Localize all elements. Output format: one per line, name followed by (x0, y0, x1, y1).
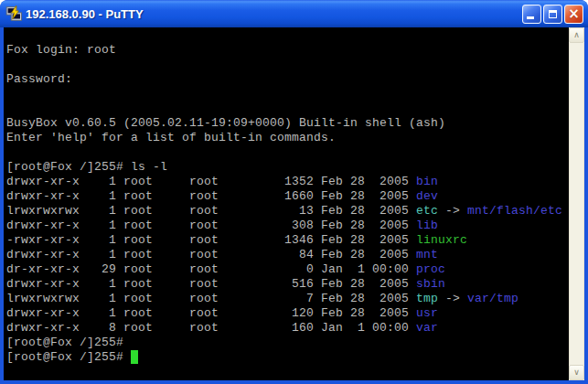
close-button[interactable]: × (564, 5, 583, 24)
terminal-text-segment: Password: (6, 72, 72, 86)
terminal-text-segment: dev (416, 189, 438, 203)
terminal-line: drwxr-xr-x 1 root root 1352 Feb 28 2005 … (6, 175, 569, 189)
terminal-text-segment: drwxr-xr-x 1 root root 84 Feb 28 2005 (6, 248, 416, 261)
close-icon: × (568, 7, 580, 21)
terminal-text-segment: lrwxrwxrwx 1 root root 13 Feb 28 2005 (6, 204, 416, 218)
terminal-text-segment: [root@Fox /]255# (6, 336, 123, 349)
cursor (131, 350, 138, 364)
terminal-line: drwxr-xr-x 1 root root 516 Feb 28 2005 s… (6, 277, 569, 292)
terminal-line: drwxr-xr-x 8 root root 160 Jan 1 00:00 v… (6, 321, 569, 336)
terminal-text-segment: usr (416, 306, 438, 320)
terminal-line: Password: (6, 72, 569, 87)
window-controls: × (522, 5, 583, 24)
terminal-text-segment: Fox login: root (6, 43, 116, 57)
terminal-text-segment: linuxrc (416, 233, 467, 247)
chevron-down-icon: ∨ (573, 368, 580, 377)
terminal-text-segment: mnt (416, 248, 438, 261)
terminal-line (6, 87, 569, 101)
maximize-icon (549, 10, 557, 18)
terminal-line: dr-xr-xr-x 29 root root 0 Jan 1 00:00 pr… (6, 262, 569, 277)
terminal-text-segment: drwxr-xr-x 1 root root 308 Feb 28 2005 (6, 219, 416, 232)
terminal-text-segment: bin (416, 175, 438, 188)
terminal-line: drwxr-xr-x 1 root root 1660 Feb 28 2005 … (6, 189, 569, 204)
titlebar[interactable]: 192.168.0.90 - PuTTY × (0, 0, 588, 27)
terminal-line: Fox login: root (6, 43, 569, 58)
terminal-line: -rwxr-xr-x 1 root root 1346 Feb 28 2005 … (6, 233, 569, 248)
terminal-line: drwxr-xr-x 1 root root 84 Feb 28 2005 mn… (6, 248, 569, 262)
terminal-text-segment: dr-xr-xr-x 29 root root 0 Jan 1 00:00 (6, 262, 416, 276)
terminal-text-segment: drwxr-xr-x 1 root root 1352 Feb 28 2005 (6, 175, 416, 188)
terminal-text-segment: lib (416, 219, 438, 232)
terminal-text-segment: -> (438, 292, 467, 305)
scroll-thumb[interactable] (569, 43, 584, 365)
terminal-text-segment: [root@Fox /]255# (6, 350, 131, 364)
chevron-up-icon: ∧ (573, 31, 580, 39)
terminal-line: lrwxrwxrwx 1 root root 7 Feb 28 2005 tmp… (6, 292, 569, 306)
minimize-icon (527, 16, 534, 19)
terminal-text-segment: var/tmp (467, 292, 519, 305)
terminal-text-segment: drwxr-xr-x 1 root root 1660 Feb 28 2005 (6, 189, 416, 203)
minimize-button[interactable] (522, 5, 541, 24)
terminal-line: [root@Fox /]255# (6, 350, 569, 365)
terminal-line: [root@Fox /]255# ls -l (6, 160, 569, 175)
terminal-line: [root@Fox /]255# (6, 336, 569, 350)
scroll-down-button[interactable]: ∨ (569, 365, 584, 380)
terminal-output: Fox login: rootPassword:BusyBox v0.60.5 … (6, 43, 569, 365)
terminal-text-segment: drwxr-xr-x 8 root root 160 Jan 1 00:00 (6, 321, 416, 335)
terminal-line: drwxr-xr-x 1 root root 308 Feb 28 2005 l… (6, 219, 569, 233)
terminal-screen[interactable]: Fox login: rootPassword:BusyBox v0.60.5 … (4, 27, 569, 380)
terminal-line (6, 58, 569, 72)
terminal-line (6, 145, 569, 160)
terminal-line: BusyBox v0.60.5 (2005.02.11-19:09+0000) … (6, 116, 569, 131)
terminal-text-segment: sbin (416, 277, 445, 291)
terminal-line: drwxr-xr-x 1 root root 120 Feb 28 2005 u… (6, 306, 569, 321)
window-title: 192.168.0.90 - PuTTY (26, 7, 522, 21)
terminal-text-segment: drwxr-xr-x 1 root root 516 Feb 28 2005 (6, 277, 416, 291)
terminal-text-segment: Enter 'help' for a list of built-in comm… (6, 131, 336, 144)
terminal-text-segment: drwxr-xr-x 1 root root 120 Feb 28 2005 (6, 306, 416, 320)
window-frame: Fox login: rootPassword:BusyBox v0.60.5 … (0, 27, 588, 384)
terminal-line: lrwxrwxrwx 1 root root 13 Feb 28 2005 et… (6, 204, 569, 219)
putty-icon-svg (5, 5, 22, 22)
terminal-text-segment: lrwxrwxrwx 1 root root 7 Feb 28 2005 (6, 292, 416, 305)
terminal-text-segment: var (416, 321, 438, 335)
terminal-text-segment: proc (416, 262, 445, 276)
terminal-text-segment: -rwxr-xr-x 1 root root 1346 Feb 28 2005 (6, 233, 416, 247)
terminal-text-segment: tmp (416, 292, 438, 305)
putty-icon[interactable] (5, 5, 22, 22)
terminal-line (6, 101, 569, 116)
putty-window: 192.168.0.90 - PuTTY × Fox login: rootPa… (0, 0, 588, 384)
scrollbar[interactable]: ∧ ∨ (569, 27, 584, 380)
scroll-up-button[interactable]: ∧ (569, 27, 584, 43)
terminal-text-segment: [root@Fox /]255# ls -l (6, 160, 167, 174)
terminal-text-segment: etc (416, 204, 438, 218)
maximize-button[interactable] (543, 5, 562, 24)
terminal-text-segment: -> (438, 204, 467, 218)
terminal-line: Enter 'help' for a list of built-in comm… (6, 131, 569, 145)
terminal-text-segment: mnt/flash/etc (467, 204, 562, 218)
terminal-text-segment: BusyBox v0.60.5 (2005.02.11-19:09+0000) … (6, 116, 445, 130)
